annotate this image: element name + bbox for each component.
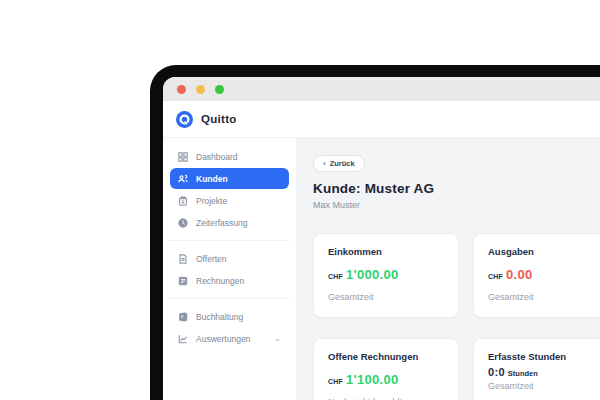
- card-offene-rechnungen: Offene Rechnungen CHF 1'100.00 Noch nich…: [313, 338, 459, 400]
- app-window: Quitto Dashboard: [163, 77, 600, 400]
- card-value-row: CHF 0.00: [488, 267, 600, 282]
- card-value-unit: Stunden: [508, 369, 538, 378]
- sidebar-divider: [170, 240, 289, 241]
- card-ausgaben: Ausgaben CHF 0.00 Gesamtzeit: [473, 233, 600, 318]
- card-title: Ausgaben: [488, 246, 600, 257]
- app-header: Quitto: [163, 101, 600, 138]
- sidebar-item-label: Auswertungen: [196, 334, 250, 344]
- back-button[interactable]: ‹ Zurück: [313, 155, 365, 172]
- window-titlebar: [163, 77, 600, 101]
- sidebar-item-projekte[interactable]: Projekte: [170, 190, 289, 211]
- sidebar-item-zeiterfassung[interactable]: Zeiterfassung: [170, 212, 289, 233]
- dashboard-grid-icon: [178, 152, 188, 162]
- content-area: ‹ Zurück Kunde: Muster AG Max Muster Ein…: [297, 138, 600, 400]
- sidebar-item-label: Offerten: [196, 254, 227, 264]
- currency-label: CHF: [488, 273, 503, 280]
- sidebar-item-label: Buchhaltung: [196, 312, 243, 322]
- card-value: 0:0: [488, 366, 505, 378]
- users-icon: [178, 174, 188, 184]
- chevron-left-icon: ‹: [323, 159, 326, 168]
- page-title: Kunde: Muster AG: [313, 181, 600, 197]
- brand-name: Quitto: [201, 113, 237, 125]
- sidebar-item-label: Projekte: [196, 196, 227, 206]
- close-window-button[interactable]: [177, 85, 186, 94]
- card-value: 1'100.00: [346, 372, 398, 387]
- currency-label: CHF: [328, 378, 343, 385]
- invoice-icon: [178, 276, 188, 286]
- clipboard-icon: [178, 196, 188, 206]
- card-erfasste-stunden: Erfasste Stunden 0:0 Stunden Gesamtzeit: [473, 338, 600, 400]
- sidebar-item-kunden[interactable]: Kunden: [170, 168, 289, 189]
- sidebar-item-buchhaltung[interactable]: Buchhaltung: [170, 306, 289, 327]
- card-value-row: 0:0 Stunden: [488, 366, 600, 378]
- card-value-row: CHF 1'000.00: [328, 267, 444, 282]
- device-frame: Quitto Dashboard: [150, 65, 600, 400]
- card-footer: Gesamtzeit: [488, 292, 600, 302]
- card-footer: Gesamtzeit: [328, 292, 444, 302]
- sidebar-nav: Dashboard Kunden: [163, 138, 297, 400]
- clock-icon: [178, 218, 188, 228]
- currency-label: CHF: [328, 273, 343, 280]
- sidebar-item-offerten[interactable]: Offerten: [170, 248, 289, 269]
- card-value: 0.00: [506, 267, 533, 282]
- document-icon: [178, 254, 188, 264]
- chart-line-icon: [178, 334, 188, 344]
- main-row: Dashboard Kunden: [163, 138, 600, 400]
- ledger-icon: [178, 312, 188, 322]
- sidebar-item-label: Dashboard: [196, 152, 238, 162]
- card-title: Erfasste Stunden: [488, 351, 600, 362]
- sidebar-item-label: Zeiterfassung: [196, 218, 248, 228]
- card-footer: Gesamtzeit: [488, 381, 600, 391]
- sidebar-item-label: Kunden: [196, 174, 228, 184]
- card-value: 1'000.00: [346, 267, 398, 282]
- sidebar-item-dashboard[interactable]: Dashboard: [170, 146, 289, 167]
- card-value-row: CHF 1'100.00: [328, 372, 444, 387]
- page-subtitle: Max Muster: [313, 200, 600, 210]
- minimize-window-button[interactable]: [196, 85, 205, 94]
- card-einkommen: Einkommen CHF 1'000.00 Gesamtzeit: [313, 233, 459, 318]
- back-button-label: Zurück: [330, 159, 355, 168]
- sidebar-divider: [170, 298, 289, 299]
- chevron-down-icon: ⌄: [274, 334, 281, 343]
- sidebar-item-label: Rechnungen: [196, 276, 244, 286]
- card-title: Einkommen: [328, 246, 444, 257]
- zoom-window-button[interactable]: [215, 85, 224, 94]
- stat-cards-grid: Einkommen CHF 1'000.00 Gesamtzeit Ausgab…: [313, 233, 600, 400]
- sidebar-item-auswertungen[interactable]: Auswertungen ⌄: [170, 328, 289, 349]
- quitto-logo-icon: [176, 111, 193, 128]
- card-title: Offene Rechnungen: [328, 351, 444, 362]
- sidebar-item-rechnungen[interactable]: Rechnungen: [170, 270, 289, 291]
